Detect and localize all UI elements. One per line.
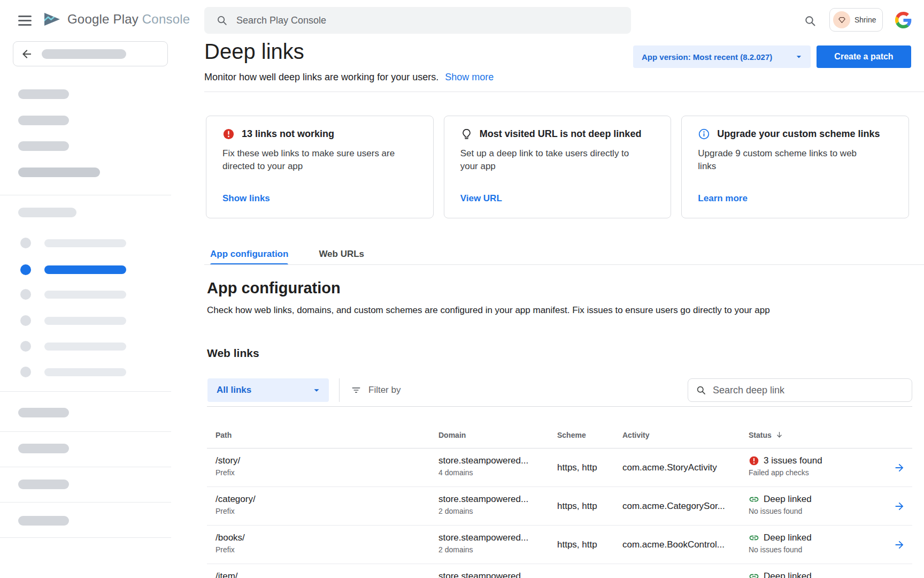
column-header-status-sort[interactable]: Status [749,430,887,439]
search-icon [696,385,706,396]
open-row-arrow-icon[interactable] [890,536,908,554]
open-row-arrow-icon[interactable] [890,459,908,477]
status-cell: Deep linked [749,564,887,578]
path-value: /story/ [215,455,438,466]
app-switcher-chip[interactable]: Shrine [829,8,883,32]
tabs-divider [204,264,924,265]
table-row[interactable]: /category/Prefix store.steampowered...2 … [207,487,912,526]
table-toolbar: All links Filter by [207,376,912,407]
insight-cards: 13 links not working Fix these web links… [206,116,909,218]
skeleton-bar [44,368,126,376]
skeleton-bar [18,516,69,526]
column-header-activity: Activity [622,431,749,439]
back-navigation[interactable] [13,41,168,66]
table-row[interactable]: /story/Prefix store.steampowered...4 dom… [207,448,912,487]
domain-value: store.steampowered... [438,533,557,543]
skeleton-bar [18,116,69,125]
sidebar-item-selected[interactable] [20,264,126,275]
skeleton-bar [18,444,69,453]
filter-by-button[interactable]: Filter by [351,378,401,402]
card-most-visited-url: Most visited URL is not deep linked Set … [444,116,672,218]
sidebar-item-skeleton[interactable] [20,315,126,326]
play-console-deep-links-page: Google Play Console [0,0,924,578]
show-links-link[interactable]: Show links [222,193,270,204]
open-row-arrow-icon[interactable] [890,574,908,578]
play-console-logo[interactable]: Google Play Console [43,12,190,27]
view-url-link[interactable]: View URL [460,193,502,204]
skeleton-bar [18,89,69,99]
path-type: Prefix [215,468,438,477]
nav-dot-icon [20,238,31,248]
activity-value: com.acme.BookControl... [622,526,749,564]
path-type: Prefix [215,545,438,554]
sidebar-item-skeleton[interactable] [20,367,126,377]
activity-value: com.acme.StoryActivity [622,448,749,486]
page-subtitle-text: Monitor how well deep links are working … [204,72,438,82]
skeleton-bar [44,265,126,274]
tab-web-urls[interactable]: Web URLs [319,244,364,265]
section-title: App configuration [207,279,341,297]
path-value: /category/ [215,494,438,505]
app-name: Shrine [854,16,876,24]
app-version-dropdown[interactable]: App version: Most recent (8.2.027) [633,45,811,68]
status-cell: 3 issues found Failed app checks [749,448,887,486]
table-row[interactable]: /books/Prefix store.steampowered...2 dom… [207,526,912,564]
nav-dot-icon [20,289,31,300]
sort-descending-icon [775,430,784,439]
skeleton-bar [18,480,69,489]
deep-link-search[interactable] [688,378,912,402]
play-logo-icon [43,12,62,27]
console-search[interactable] [204,7,631,34]
logo-text-primary: Google Play [67,12,138,26]
scheme-value: https, http [557,526,622,564]
status-value: Deep linked [764,571,812,578]
skeleton-bar [42,49,126,59]
google-logo-icon[interactable] [895,12,912,28]
sidebar-divider [0,537,171,538]
global-search-icon[interactable] [802,13,818,29]
info-icon [698,128,710,140]
filter-icon [351,385,361,396]
chevron-down-icon [311,384,322,396]
sidebar-item-skeleton[interactable] [20,341,126,352]
show-more-link[interactable]: Show more [445,72,494,82]
skeleton-bar [18,408,69,417]
console-search-input[interactable] [236,15,631,26]
deep-link-search-input[interactable] [713,385,912,396]
path-value: /books/ [215,533,438,543]
status-value: Deep linked [764,494,812,505]
menu-icon[interactable] [18,16,33,26]
create-patch-button[interactable]: Create a patch [817,45,911,68]
deep-linked-icon [749,533,759,543]
sidebar-item-skeleton[interactable] [20,238,126,248]
web-links-title: Web links [207,347,259,360]
status-value: 3 issues found [764,455,822,466]
app-avatar [833,11,850,28]
card-title: Upgrade your custom scheme links [717,128,880,140]
skeleton-bar [18,141,69,151]
table-row[interactable]: /item/ store.steampowered... Deep linked [207,564,912,578]
tab-bar: App configuration Web URLs [210,244,364,265]
activity-value: com.acme.CategorySor... [622,487,749,525]
card-title: 13 links not working [242,128,334,140]
open-row-arrow-icon[interactable] [890,497,908,515]
status-detail: No issues found [749,507,887,515]
status-detail: Failed app checks [749,468,887,477]
links-filter-dropdown[interactable]: All links [207,378,329,402]
search-icon [216,14,228,26]
sidebar-divider [0,467,171,467]
status-detail: No issues found [749,545,887,554]
card-links-not-working: 13 links not working Fix these web links… [206,116,434,218]
sidebar-divider [0,391,171,392]
logo-text-secondary: Console [142,12,190,26]
status-cell: Deep linked No issues found [749,526,887,564]
learn-more-link[interactable]: Learn more [698,193,748,204]
error-icon [749,455,759,466]
sidebar-divider [0,502,171,503]
header-divider [204,92,924,92]
tab-app-configuration[interactable]: App configuration [210,244,288,265]
filter-by-label: Filter by [368,385,401,396]
sidebar-item-skeleton[interactable] [20,289,126,300]
back-arrow-icon [20,48,33,60]
skeleton-bar [18,208,76,217]
